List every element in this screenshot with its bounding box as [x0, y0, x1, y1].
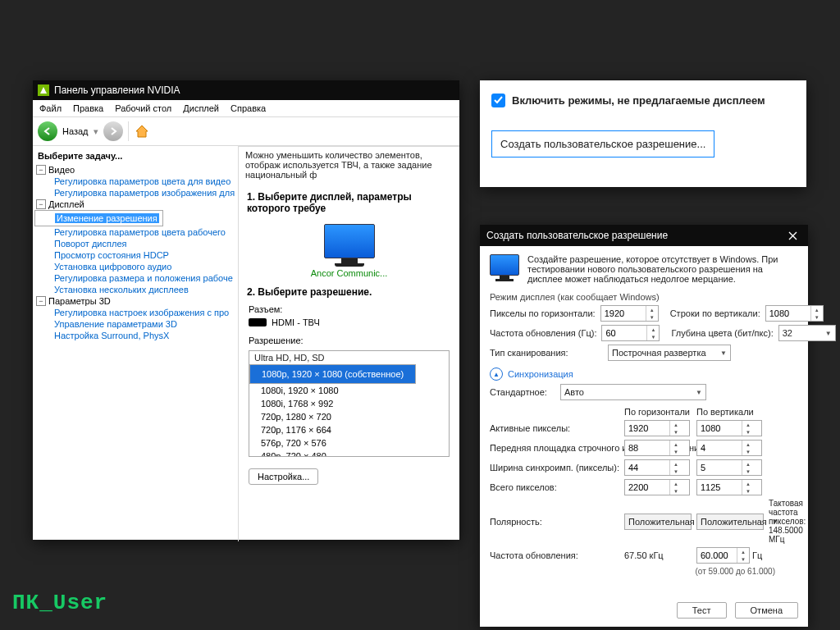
- connector-label: Разъем:: [239, 303, 459, 316]
- resolution-item[interactable]: 720p, 1280 × 720: [249, 410, 449, 423]
- connector-value: HDMI - ТВЧ: [272, 317, 320, 327]
- resolution-item[interactable]: 1080p, 1920 × 1080 (собственное): [249, 364, 416, 384]
- menu-bar: Файл Правка Рабочий стол Дисплей Справка: [33, 100, 459, 117]
- front-h-spinner[interactable]: ▲▼: [624, 440, 690, 456]
- tree-item[interactable]: Установка цифрового аудио: [34, 261, 236, 272]
- hpix-spinner[interactable]: ▲▼: [600, 305, 659, 322]
- menu-desktop[interactable]: Рабочий стол: [115, 103, 171, 113]
- tree-item[interactable]: Просмотр состояния HDCP: [34, 249, 236, 261]
- tree-item[interactable]: Поворот дисплея: [34, 238, 236, 249]
- nvidia-control-panel-window: Панель управления NVIDIA Файл Правка Раб…: [33, 80, 459, 540]
- monitor-icon[interactable]: [322, 224, 377, 267]
- polarity-label: Полярность:: [490, 517, 618, 527]
- tree-item[interactable]: Регулировка настроек изображения с про: [34, 307, 236, 318]
- nav-divider: [128, 121, 129, 141]
- std-select[interactable]: Авто▼: [560, 384, 706, 400]
- tree-item[interactable]: Управление параметрами 3D: [34, 318, 236, 330]
- resolution-item[interactable]: 480p, 720 × 480: [249, 450, 449, 457]
- menu-help[interactable]: Справка: [231, 103, 266, 113]
- refresh-label: Частота обновления (Гц):: [490, 328, 596, 338]
- depth-select[interactable]: 32▼: [778, 325, 836, 341]
- vref-spinner[interactable]: ▲▼: [696, 547, 750, 564]
- tree-item[interactable]: Регулировка размера и положения рабоче: [34, 272, 236, 284]
- total-h-spinner[interactable]: ▲▼: [624, 479, 690, 495]
- active-h-spinner[interactable]: ▲▼: [624, 420, 690, 436]
- vref-unit: Гц: [752, 550, 762, 560]
- tree-item-change-resolution[interactable]: Изменение разрешения: [34, 210, 163, 226]
- monitor-label: Ancor Communic...: [239, 268, 459, 278]
- tree-display[interactable]: −Дисплей: [34, 199, 236, 210]
- nav-toolbar: Назад ▾: [33, 117, 459, 146]
- front-label: Передняя площадка строчного интервала га…: [490, 443, 618, 453]
- cancel-button[interactable]: Отмена: [735, 602, 798, 619]
- clock-label: Тактовая частота пикселов:148.5000 МГц: [769, 499, 806, 544]
- tree-item[interactable]: Регулировка параметров изображения для: [34, 187, 236, 199]
- watermark: ПК_User: [12, 591, 107, 615]
- tree-video[interactable]: −Видео: [34, 164, 236, 176]
- back-button[interactable]: [38, 121, 57, 141]
- col-horizontal: По горизонтали: [624, 407, 690, 417]
- syncw-h-spinner[interactable]: ▲▼: [624, 459, 690, 476]
- tree-item[interactable]: Настройка Surround, PhysX: [34, 330, 236, 341]
- menu-edit[interactable]: Правка: [73, 103, 103, 113]
- nvidia-logo-icon: [38, 84, 49, 96]
- resolution-item[interactable]: 720p, 1176 × 664: [249, 423, 449, 436]
- resolution-label: Разрешение:: [239, 334, 459, 347]
- enable-modes-panel: Включить режимы, не предлагаемые дисплее…: [480, 80, 806, 187]
- refresh-spinner[interactable]: ▲▼: [601, 325, 660, 341]
- syncw-label: Ширина синхроимп. (пикселы):: [490, 463, 618, 472]
- home-button[interactable]: [134, 123, 150, 139]
- tree-item[interactable]: Установка нескольких дисплеев: [34, 284, 236, 295]
- dialog-info-text: Создайте разрешение, которое отсутствует…: [527, 254, 798, 284]
- resolution-item[interactable]: 1080i, 1920 × 1080: [249, 384, 449, 397]
- tree-3d[interactable]: −Параметры 3D: [34, 295, 236, 307]
- forward-button[interactable]: [103, 121, 123, 141]
- scan-select[interactable]: Построчная развертка▼: [608, 345, 731, 361]
- resolution-list[interactable]: Ultra HD, HD, SD 1080p, 1920 × 1080 (соб…: [249, 350, 450, 457]
- enable-modes-checkbox[interactable]: [491, 94, 505, 107]
- close-button[interactable]: [783, 228, 801, 243]
- std-label: Стандартное:: [490, 387, 555, 397]
- col-vertical: По вертикали: [696, 407, 762, 417]
- resolution-item[interactable]: 576p, 720 × 576: [249, 436, 449, 450]
- sync-section-header[interactable]: ▲ Синхронизация: [480, 363, 808, 382]
- resolution-group-header: Ultra HD, HD, SD: [249, 351, 449, 364]
- nav-separator: ▾: [94, 126, 98, 137]
- vlines-label: Строки по вертикали:: [670, 308, 760, 318]
- total-v-spinner[interactable]: ▲▼: [696, 479, 762, 495]
- syncw-v-spinner[interactable]: ▲▼: [696, 459, 762, 476]
- menu-display[interactable]: Дисплей: [183, 103, 219, 113]
- hfreq-value: 67.50 кГц: [624, 550, 690, 560]
- hdmi-icon: [249, 318, 267, 326]
- customize-button[interactable]: Настройка...: [249, 468, 318, 485]
- enable-modes-label: Включить режимы, не предлагаемые дисплее…: [512, 94, 765, 107]
- active-v-spinner[interactable]: ▲▼: [696, 420, 762, 436]
- create-custom-resolution-button[interactable]: Создать пользовательское разрешение...: [491, 130, 714, 158]
- dialog-title: Создать пользовательское разрешение: [486, 230, 668, 241]
- step2-label: 2. Выберите разрешение.: [239, 278, 459, 303]
- vref-range: (от 59.000 до 61.000): [480, 565, 808, 576]
- mode-section-label: Режим дисплея (как сообщает Windows): [480, 290, 808, 304]
- tree-item[interactable]: Регулировка параметров цвета рабочего: [34, 226, 236, 238]
- vlines-spinner[interactable]: ▲▼: [765, 305, 824, 322]
- depth-label: Глубина цвета (бит/пкс):: [671, 328, 773, 338]
- resolution-item[interactable]: 1080i, 1768 × 992: [249, 397, 449, 410]
- custom-resolution-dialog: Создать пользовательское разрешение Созд…: [480, 225, 808, 627]
- front-v-spinner[interactable]: ▲▼: [696, 440, 762, 456]
- window-title: Панель управления NVIDIA: [54, 84, 180, 96]
- connector-row: HDMI - ТВЧ: [239, 316, 459, 329]
- total-label: Всего пикселов:: [490, 482, 618, 492]
- menu-file[interactable]: Файл: [39, 103, 62, 113]
- dialog-titlebar: Создать пользовательское разрешение: [480, 225, 808, 246]
- step1-label: 1. Выберите дисплей, параметры которого …: [239, 183, 459, 219]
- tree-header: Выберите задачу...: [34, 149, 236, 164]
- intro-text: Можно уменьшить количество элементов, от…: [239, 147, 459, 183]
- tree-item[interactable]: Регулировка параметров цвета для видео: [34, 176, 236, 187]
- polarity-h-select[interactable]: Положительная▼: [624, 514, 692, 530]
- window-titlebar: Панель управления NVIDIA: [33, 80, 459, 100]
- polarity-v-select[interactable]: Положительная▼: [696, 514, 764, 530]
- hpix-label: Пикселы по горизонтали:: [490, 308, 596, 318]
- task-tree: Выберите задачу... −Видео Регулировка па…: [33, 146, 239, 541]
- test-button[interactable]: Тест: [677, 602, 727, 619]
- active-label: Активные пикселы:: [490, 423, 618, 433]
